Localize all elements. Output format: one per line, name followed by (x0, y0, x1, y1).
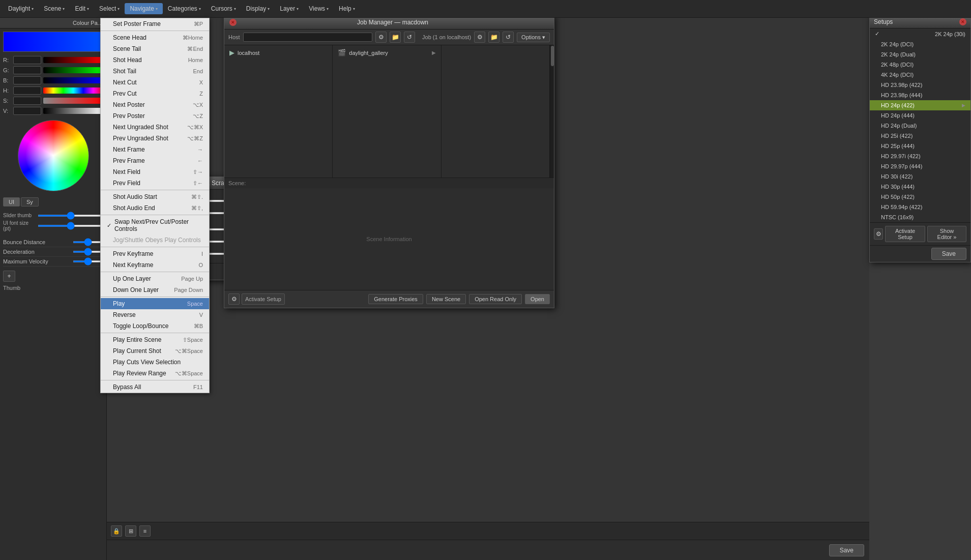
setup-item-2k48pdci[interactable]: 2K 48p (DCI) (870, 60, 970, 70)
setup-item-2k24pdci[interactable]: 2K 24p (DCI) (870, 39, 970, 49)
add-button[interactable]: + (3, 271, 15, 282)
maxvel-slider[interactable] (73, 260, 103, 262)
b-value-input[interactable]: 1.000 (13, 76, 41, 84)
decel-slider[interactable] (73, 251, 103, 253)
s-slider-bar[interactable] (43, 98, 103, 104)
setup-item-2k24p30i[interactable]: 2K 24p (30i) (870, 28, 970, 39)
setup-item-hd2997p444[interactable]: HD 29.97p (444) (870, 161, 970, 171)
new-scene-button[interactable]: New Scene (426, 294, 466, 304)
dd-prev-poster[interactable]: Prev Poster ⌥Z (101, 110, 209, 122)
dd-play-current-shot[interactable]: Play Current Shot ⌥⌘Space (101, 345, 209, 357)
open-button[interactable]: Open (525, 294, 550, 304)
refresh-icon-btn[interactable]: ↺ (404, 32, 415, 43)
job-refresh-icon-btn[interactable]: ↺ (503, 32, 514, 43)
dd-shot-audio-end[interactable]: Shot Audio End ⌘⇧, (101, 202, 209, 214)
scrollbar-thumb[interactable] (551, 46, 554, 66)
setup-item-hd2398p422[interactable]: HD 23.98p (422) (870, 80, 970, 90)
main-save-button[interactable]: Save (829, 544, 864, 556)
dd-play-cuts-view[interactable]: Play Cuts View Selection (101, 357, 209, 368)
setup-item-hd2398p444[interactable]: HD 23.98p (444) (870, 90, 970, 100)
dd-toggle-loop[interactable]: Toggle Loop/Bounce ⌘B (101, 320, 209, 332)
dd-prev-keyframe[interactable]: Prev Keyframe I (101, 248, 209, 259)
setup-item-hd25p444[interactable]: HD 25p (444) (870, 141, 970, 151)
v-value-input[interactable]: 1.000 (13, 107, 41, 115)
g-value-input[interactable]: 0.000 (13, 66, 41, 74)
dd-scene-tail[interactable]: Scene Tail ⌘End (101, 43, 209, 54)
dd-shot-audio-start[interactable]: Shot Audio Start ⌘⇧. (101, 191, 209, 202)
setups-settings-icon[interactable]: ⚙ (874, 228, 883, 240)
ui-font-input[interactable] (38, 225, 103, 227)
dd-scene-head[interactable]: Scene Head ⌘Home (101, 32, 209, 43)
setup-item-hd50p422[interactable]: HD 50p (422) (870, 192, 970, 202)
host-input[interactable]: localhost (243, 33, 372, 42)
dd-play-entire-scene[interactable]: Play Entire Scene ⇧Space (101, 334, 209, 345)
activate-setup-btn[interactable]: Activate Setup (242, 293, 285, 305)
bounce-slider[interactable] (73, 241, 103, 243)
dd-play[interactable]: Play Space (101, 298, 209, 309)
dd-prev-frame[interactable]: Prev Frame ← (101, 155, 209, 166)
dd-shot-tail[interactable]: Shot Tail End (101, 66, 209, 77)
color-wheel[interactable] (18, 120, 89, 191)
dd-next-field[interactable]: Next Field ⇧→ (101, 166, 209, 178)
dd-shot-head[interactable]: Shot Head Home (101, 54, 209, 66)
b-slider-bar[interactable] (43, 77, 103, 83)
setup-item-hd24p444[interactable]: HD 24p (444) (870, 110, 970, 121)
menu-cursors[interactable]: Cursors ▾ (206, 3, 241, 14)
menu-select[interactable]: Select ▾ (94, 3, 125, 14)
menu-categories[interactable]: Categories ▾ (163, 3, 206, 14)
v-slider-bar[interactable] (43, 108, 103, 114)
dd-down-layer[interactable]: Down One Layer Page Down (101, 284, 209, 296)
setup-item-4k24pdci[interactable]: 4K 24p (DCI) (870, 70, 970, 80)
settings-icon-btn[interactable]: ⚙ (375, 32, 387, 43)
dd-prev-cut[interactable]: Prev Cut Z (101, 88, 209, 99)
job-settings-icon-btn[interactable]: ⚙ (474, 32, 485, 43)
dd-next-keyframe[interactable]: Next Keyframe O (101, 259, 209, 271)
menu-scene[interactable]: Scene ▾ (39, 3, 70, 14)
dd-set-poster-frame[interactable]: Set Poster Frame ⌘P (101, 18, 209, 30)
menu-edit[interactable]: Edit ▾ (70, 3, 94, 14)
job-folder-icon-btn[interactable]: 📁 (488, 32, 499, 43)
setup-item-hd24pdual[interactable]: HD 24p (Dual) (870, 121, 970, 131)
setups-save-button[interactable]: Save (931, 248, 966, 260)
job-manager-close-button[interactable]: ✕ (229, 19, 237, 26)
menu-daylight[interactable]: Daylight ▾ (3, 3, 39, 14)
setup-item-hd25i422[interactable]: HD 25i (422) (870, 131, 970, 141)
dd-swap-controls[interactable]: Swap Next/Prev Cut/Poster Controls (101, 216, 209, 234)
folder-icon-btn[interactable]: 📁 (390, 32, 401, 43)
dd-next-cut[interactable]: Next Cut X (101, 77, 209, 88)
list-item[interactable]: 🎬 daylight_gallery ▶ (335, 47, 438, 58)
h-value-input[interactable]: 240.0 (13, 86, 41, 95)
dd-next-poster[interactable]: Next Poster ⌥X (101, 99, 209, 110)
grid-icon-btn[interactable]: ⊞ (125, 525, 136, 537)
dd-play-review-range[interactable]: Play Review Range ⌥⌘Space (101, 368, 209, 379)
r-slider-bar[interactable] (43, 57, 103, 63)
setup-item-hd5994p422[interactable]: HD 59.94p (422) (870, 202, 970, 212)
menu-help[interactable]: Help ▾ (334, 3, 360, 14)
dd-prev-field[interactable]: Prev Field ⇧← (101, 178, 209, 189)
g-slider-bar[interactable] (43, 67, 103, 73)
setup-item-hd24p422[interactable]: HD 24p (422) ▶ (870, 100, 970, 110)
dd-reverse[interactable]: Reverse V (101, 309, 209, 320)
generate-proxies-button[interactable]: Generate Proxies (368, 294, 423, 304)
dd-bypass-all[interactable]: Bypass All F11 (101, 381, 209, 393)
dd-next-frame[interactable]: Next Frame → (101, 144, 209, 155)
setup-item-hd2997i422[interactable]: HD 29.97i (422) (870, 151, 970, 161)
setup-item-hd30i422[interactable]: HD 30i (422) (870, 171, 970, 182)
menu-layer[interactable]: Layer ▾ (275, 3, 304, 14)
menu-display[interactable]: Display ▾ (241, 3, 275, 14)
dd-next-ungraded[interactable]: Next Ungraded Shot ⌥⌘X (101, 122, 209, 133)
setup-item-hd30p444[interactable]: HD 30p (444) (870, 182, 970, 192)
h-slider-bar[interactable] (43, 87, 103, 94)
menu-navigate[interactable]: Navigate ▾ (125, 3, 162, 14)
open-read-only-button[interactable]: Open Read Only (469, 294, 522, 304)
tab-sy[interactable]: Sy (21, 197, 39, 207)
show-editor-button[interactable]: Show Editor » (927, 226, 966, 242)
list-item[interactable]: ▶ localhost (226, 47, 330, 58)
slider-thumb-input[interactable] (38, 215, 103, 217)
dd-prev-ungraded[interactable]: Prev Ungraded Shot ⌥⌘Z (101, 133, 209, 144)
menu-views[interactable]: Views ▾ (304, 3, 334, 14)
setup-item-2k24pdual[interactable]: 2K 24p (Dual) (870, 49, 970, 60)
lock-icon-btn[interactable]: 🔒 (111, 525, 122, 537)
setups-close-button[interactable]: ✕ (959, 18, 966, 25)
settings2-icon-btn[interactable]: ⚙ (228, 293, 240, 305)
